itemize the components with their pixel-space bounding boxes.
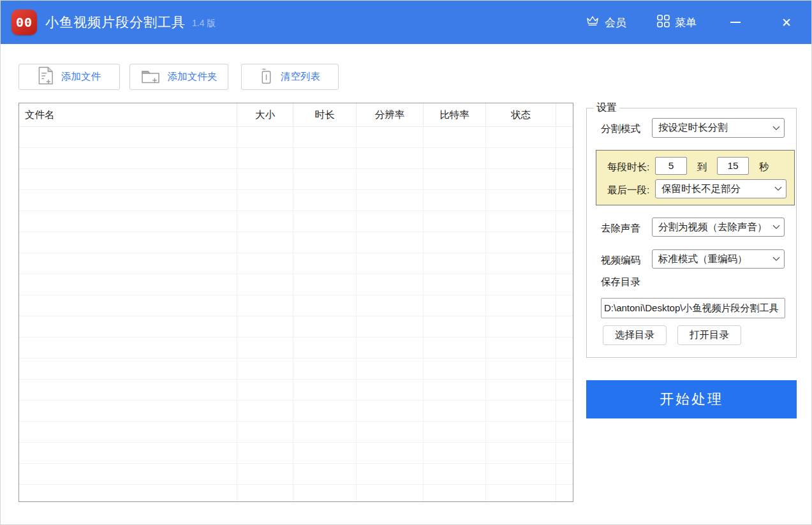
minimize-button[interactable] [725,11,746,33]
table-row [19,359,573,380]
start-processing-button[interactable]: 开始处理 [586,380,797,418]
table-row [19,422,573,443]
remove-audio-label: 去除声音 [601,222,640,235]
open-dir-label: 打开目录 [690,329,729,342]
table-header-cell[interactable]: 状态 [486,103,556,126]
add-folder-icon [141,68,160,87]
table-row [19,380,573,401]
remove-audio-select[interactable]: 分割为视频（去除声音） [652,218,785,237]
table-header-cell[interactable]: 分辨率 [357,103,424,126]
table-row [19,169,573,190]
table-row [19,211,573,232]
choose-dir-button[interactable]: 选择目录 [603,325,667,345]
split-mode-value: 按设定时长分割 [658,121,770,135]
save-dir-label: 保存目录 [601,276,640,289]
table-row [19,148,573,169]
last-segment-label: 最后一段: [607,184,649,197]
table-row [19,127,573,148]
minimize-icon [730,22,741,23]
duration-between-label: 到 [697,161,707,174]
add-folder-button[interactable]: 添加文件夹 [129,64,228,90]
last-segment-value: 保留时长不足部分 [661,182,772,196]
table-header-cell[interactable]: 文件名 [19,103,237,126]
duration-from-input[interactable] [655,157,687,175]
table-row [19,316,573,337]
table-row [19,401,573,422]
chevron-down-icon [772,256,780,262]
trash-icon [260,67,273,87]
open-dir-button[interactable]: 打开目录 [677,325,741,345]
table-header: 文件名大小时长分辨率比特率状态 [19,103,573,127]
duration-to-input[interactable] [717,157,749,175]
encoding-label: 视频编码 [601,254,640,267]
encoding-value: 标准模式（重编码） [658,253,770,266]
split-mode-label: 分割模式 [601,122,640,136]
table-header-cell[interactable]: 时长 [293,103,357,126]
chevron-down-icon [774,186,782,191]
member-button[interactable]: 会员 [586,15,626,30]
remove-audio-value: 分割为视频（去除声音） [658,221,770,234]
titlebar: 00 小鱼视频片段分割工具 1.4 版 会员 菜单 [1,1,812,44]
clear-list-label: 清空列表 [281,70,320,84]
table-header-cell[interactable]: 大小 [237,103,293,126]
table-row [19,464,573,485]
clear-list-button[interactable]: 清空列表 [241,64,339,90]
close-icon: ✕ [781,17,792,29]
choose-dir-label: 选择目录 [615,329,654,342]
table-row [19,274,573,295]
menu-button[interactable]: 菜单 [657,15,697,31]
chevron-down-icon [772,126,780,131]
duration-unit-label: 秒 [759,161,769,174]
settings-group: 设置 分割模式 按设定时长分割 每段时长: 到 秒 最后一段: 保留时长不足部分… [586,108,797,358]
table-row [19,253,573,274]
member-label: 会员 [605,15,626,30]
table-header-cell[interactable]: 比特率 [424,103,486,126]
crown-icon [586,15,600,30]
table-row [19,337,573,359]
table-header-cell[interactable] [556,103,573,126]
app-title: 小鱼视频片段分割工具 [45,13,186,31]
duration-settings-box: 每段时长: 到 秒 最后一段: 保留时长不足部分 [596,150,795,205]
add-file-icon [38,66,54,87]
segment-duration-label: 每段时长: [607,161,649,174]
menu-label: 菜单 [675,15,697,30]
add-folder-label: 添加文件夹 [168,70,218,84]
table-row [19,295,573,316]
app-version: 1.4 版 [192,18,216,29]
last-segment-select[interactable]: 保留时长不足部分 [655,179,786,198]
chevron-down-icon [772,225,780,230]
table-row [19,485,573,502]
file-list-table[interactable]: 文件名大小时长分辨率比特率状态 [18,103,573,502]
save-dir-path-input[interactable] [601,298,785,318]
add-file-button[interactable]: 添加文件 [18,64,120,90]
grid-menu-icon [657,15,670,31]
close-button[interactable]: ✕ [776,11,797,33]
settings-group-title: 设置 [594,101,619,115]
table-body[interactable] [19,127,573,502]
table-row [19,232,573,253]
encoding-select[interactable]: 标准模式（重编码） [652,249,785,269]
add-file-label: 添加文件 [61,70,101,84]
table-row [19,190,573,211]
split-mode-select[interactable]: 按设定时长分割 [652,118,785,138]
table-row [19,443,573,464]
app-logo-icon: 00 [11,10,37,35]
